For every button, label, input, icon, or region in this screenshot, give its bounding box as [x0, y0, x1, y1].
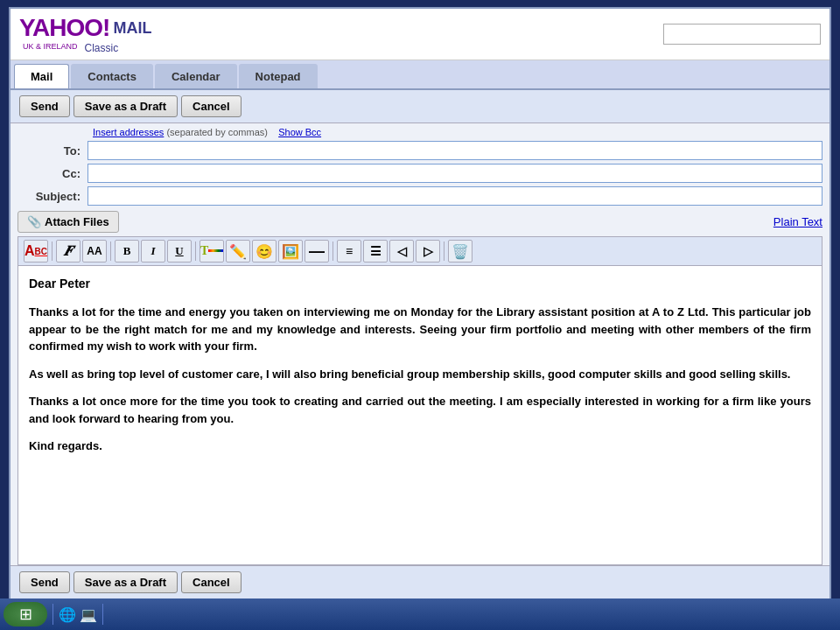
email-paragraph-3: Thanks a lot once more for the time you … [29, 393, 811, 427]
save-draft-button[interactable]: Save as a Draft [74, 95, 178, 117]
insert-addresses-link[interactable]: Insert addresses [93, 127, 164, 137]
compose-area: Insert addresses (separated by commas) S… [10, 123, 830, 565]
highlight-button[interactable]: ✏️ [226, 240, 250, 262]
address-hint: Insert addresses (separated by commas) S… [10, 123, 830, 139]
bottom-cancel-button[interactable]: Cancel [181, 571, 242, 593]
cc-label: Cc: [18, 167, 88, 180]
bold-button[interactable]: B [115, 240, 139, 262]
email-greeting: Dear Peter [29, 275, 811, 293]
taskbar-separator-2 [102, 604, 103, 625]
toolbar-separator-1 [52, 242, 52, 261]
remove-format-button[interactable]: 🗑️ [448, 240, 472, 262]
to-row: To: [10, 139, 830, 162]
attach-files-label: Attach Files [45, 215, 109, 228]
taskbar-explorer-icon[interactable]: 💻 [80, 606, 97, 623]
to-label: To: [18, 144, 88, 158]
email-closing: Kind regards. [29, 438, 811, 455]
taskbar: ⊞ 🌐 💻 [0, 598, 840, 630]
bottom-send-button[interactable]: Send [19, 571, 70, 593]
bottom-toolbar: Send Save as a Draft Cancel [10, 565, 830, 598]
emoji-button[interactable]: 😊 [252, 240, 276, 262]
email-paragraph-2: As well as bring top level of customer c… [29, 366, 811, 383]
uk-ireland-text: UK & IRELAND [23, 42, 78, 51]
search-input[interactable] [663, 24, 821, 45]
paperclip-icon: 📎 [27, 215, 41, 228]
start-button[interactable]: ⊞ [4, 602, 47, 626]
start-icon: ⊞ [19, 605, 32, 624]
tab-notepad[interactable]: Notepad [239, 64, 318, 88]
indent-less-button[interactable]: ◁ [389, 240, 414, 262]
cancel-button[interactable]: Cancel [181, 95, 242, 117]
taskbar-separator [52, 604, 53, 625]
toolbar-separator-2 [110, 242, 111, 261]
yahoo-text: YAHOO! [19, 14, 109, 42]
spellcheck-button[interactable]: ABC [24, 240, 48, 262]
horizontal-rule-button[interactable]: — [304, 240, 329, 262]
underline-button[interactable]: U [167, 240, 192, 262]
subject-input[interactable] [88, 186, 822, 206]
send-button[interactable]: Send [19, 95, 70, 117]
email-editor[interactable]: Dear Peter Thanks a lot for the time and… [18, 265, 822, 565]
tab-calendar[interactable]: Calendar [155, 64, 237, 88]
to-input[interactable] [88, 141, 822, 160]
image-button[interactable]: 🖼️ [278, 240, 303, 262]
font-family-button[interactable]: 𝑭 [56, 240, 80, 262]
logo-block: YAHOO! MAIL UK & IRELAND Classic [19, 14, 151, 54]
address-hint-text: (separated by commas) [166, 127, 268, 137]
classic-text: Classic [85, 42, 119, 54]
top-toolbar: Send Save as a Draft Cancel [10, 90, 830, 123]
toolbar-separator-5 [444, 242, 444, 261]
toolbar-separator-3 [195, 242, 196, 261]
cc-input[interactable] [88, 164, 822, 183]
main-window: YAHOO! MAIL UK & IRELAND Classic Mail Co… [9, 7, 831, 620]
header: YAHOO! MAIL UK & IRELAND Classic [10, 9, 830, 60]
mail-text: MAIL [113, 19, 151, 38]
text-color-button[interactable]: T [200, 240, 224, 262]
align-left-button[interactable]: ≡ [337, 240, 361, 262]
toolbar-separator-4 [332, 242, 333, 261]
cc-row: Cc: [10, 162, 830, 185]
italic-button[interactable]: I [141, 240, 165, 262]
nav-tabs: Mail Contacts Calendar Notepad [10, 60, 830, 90]
subject-row: Subject: [10, 185, 830, 207]
bottom-save-draft-button[interactable]: Save as a Draft [74, 571, 178, 593]
subject-label: Subject: [18, 190, 88, 203]
rich-toolbar: ABC 𝑭 AA B I U T ✏️ 😊 🖼️ — ≡ ☰ ◁ ▷ 🗑️ [18, 236, 822, 265]
attach-row: 📎 Attach Files Plain Text [10, 207, 830, 236]
email-paragraph-1: Thanks a lot for the time and energy you… [29, 304, 811, 355]
attach-files-button[interactable]: 📎 Attach Files [18, 211, 119, 233]
plain-text-link[interactable]: Plain Text [774, 215, 822, 228]
indent-more-button[interactable]: ▷ [416, 240, 440, 262]
tab-mail[interactable]: Mail [14, 64, 69, 88]
font-size-button[interactable]: AA [82, 240, 107, 262]
tab-contacts[interactable]: Contacts [71, 64, 153, 88]
list-button[interactable]: ☰ [363, 240, 388, 262]
yahoo-logo: YAHOO! MAIL UK & IRELAND Classic [19, 14, 151, 54]
taskbar-ie-icon[interactable]: 🌐 [59, 606, 76, 623]
show-bcc-link[interactable]: Show Bcc [278, 127, 321, 137]
